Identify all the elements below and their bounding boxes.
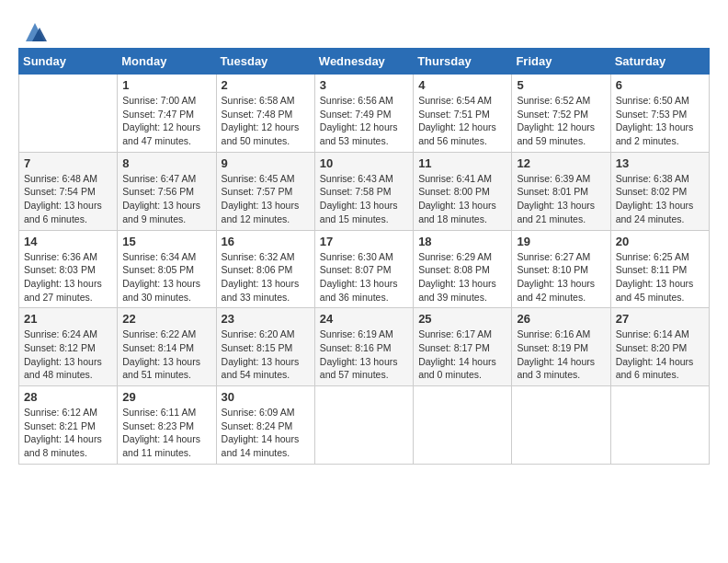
calendar-day-cell: 15Sunrise: 6:34 AMSunset: 8:05 PMDayligh…	[118, 230, 216, 308]
day-info: Sunrise: 6:30 AMSunset: 8:07 PMDaylight:…	[320, 250, 408, 304]
day-number: 13	[616, 156, 704, 170]
day-number: 27	[616, 312, 704, 326]
calendar-day-cell: 28Sunrise: 6:12 AMSunset: 8:21 PMDayligh…	[19, 386, 118, 465]
day-info: Sunrise: 6:24 AMSunset: 8:12 PMDaylight:…	[24, 327, 112, 382]
day-number: 11	[418, 156, 506, 170]
day-number: 8	[122, 156, 210, 170]
calendar-day-cell: 12Sunrise: 6:39 AMSunset: 8:01 PMDayligh…	[512, 152, 610, 230]
day-info: Sunrise: 6:38 AMSunset: 8:02 PMDaylight:…	[616, 172, 704, 226]
day-info: Sunrise: 6:32 AMSunset: 8:06 PMDaylight:…	[222, 250, 310, 304]
day-number: 29	[122, 390, 210, 404]
calendar-day-cell: 30Sunrise: 6:09 AMSunset: 8:24 PMDayligh…	[216, 386, 314, 465]
weekday-header: Wednesday	[314, 49, 413, 75]
day-info: Sunrise: 6:12 AMSunset: 8:21 PMDaylight:…	[24, 406, 112, 460]
day-info: Sunrise: 6:16 AMSunset: 8:19 PMDaylight:…	[517, 327, 605, 382]
calendar-day-cell: 1Sunrise: 7:00 AMSunset: 7:47 PMDaylight…	[118, 75, 216, 153]
weekday-header: Saturday	[610, 49, 709, 75]
header	[18, 18, 710, 39]
calendar-day-cell: 2Sunrise: 6:58 AMSunset: 7:48 PMDaylight…	[216, 75, 314, 153]
day-number: 12	[517, 156, 605, 170]
day-info: Sunrise: 6:17 AMSunset: 8:17 PMDaylight:…	[418, 327, 506, 382]
calendar-day-cell: 18Sunrise: 6:29 AMSunset: 8:08 PMDayligh…	[414, 230, 512, 308]
calendar-day-cell: 27Sunrise: 6:14 AMSunset: 8:20 PMDayligh…	[610, 308, 709, 386]
calendar-day-cell: 10Sunrise: 6:43 AMSunset: 7:58 PMDayligh…	[314, 152, 413, 230]
calendar-week-row: 28Sunrise: 6:12 AMSunset: 8:21 PMDayligh…	[19, 386, 710, 465]
calendar-day-cell: 4Sunrise: 6:54 AMSunset: 7:51 PMDaylight…	[414, 75, 512, 153]
calendar-day-cell: 13Sunrise: 6:38 AMSunset: 8:02 PMDayligh…	[610, 152, 709, 230]
day-info: Sunrise: 6:52 AMSunset: 7:52 PMDaylight:…	[517, 94, 605, 148]
day-info: Sunrise: 6:20 AMSunset: 8:15 PMDaylight:…	[222, 327, 310, 382]
calendar-week-row: 7Sunrise: 6:48 AMSunset: 7:54 PMDaylight…	[19, 152, 710, 230]
calendar-day-cell: 14Sunrise: 6:36 AMSunset: 8:03 PMDayligh…	[19, 230, 118, 308]
day-number: 10	[320, 156, 408, 170]
day-info: Sunrise: 6:36 AMSunset: 8:03 PMDaylight:…	[24, 250, 112, 304]
day-number: 1	[122, 78, 210, 92]
calendar-day-cell	[19, 75, 118, 153]
day-number: 25	[418, 312, 506, 326]
day-number: 18	[418, 235, 506, 248]
calendar-day-cell: 26Sunrise: 6:16 AMSunset: 8:19 PMDayligh…	[512, 308, 610, 386]
day-number: 14	[24, 235, 112, 248]
day-info: Sunrise: 6:58 AMSunset: 7:48 PMDaylight:…	[222, 94, 310, 148]
day-info: Sunrise: 6:50 AMSunset: 7:53 PMDaylight:…	[616, 94, 704, 148]
calendar-day-cell: 16Sunrise: 6:32 AMSunset: 8:06 PMDayligh…	[216, 230, 314, 308]
calendar-day-cell: 9Sunrise: 6:45 AMSunset: 7:57 PMDaylight…	[216, 152, 314, 230]
calendar-day-cell: 17Sunrise: 6:30 AMSunset: 8:07 PMDayligh…	[314, 230, 413, 308]
day-number: 17	[320, 235, 408, 248]
calendar-week-row: 14Sunrise: 6:36 AMSunset: 8:03 PMDayligh…	[19, 230, 710, 308]
day-number: 4	[418, 78, 506, 92]
weekday-header: Tuesday	[216, 49, 314, 75]
day-number: 7	[24, 156, 112, 170]
calendar-day-cell: 6Sunrise: 6:50 AMSunset: 7:53 PMDaylight…	[610, 75, 709, 153]
calendar-table: SundayMondayTuesdayWednesdayThursdayFrid…	[18, 48, 710, 465]
calendar-day-cell	[512, 386, 610, 465]
day-info: Sunrise: 6:56 AMSunset: 7:49 PMDaylight:…	[320, 94, 408, 148]
day-info: Sunrise: 6:43 AMSunset: 7:58 PMDaylight:…	[320, 172, 408, 226]
day-info: Sunrise: 6:34 AMSunset: 8:05 PMDaylight:…	[122, 250, 210, 304]
weekday-header: Sunday	[19, 49, 118, 75]
day-info: Sunrise: 6:09 AMSunset: 8:24 PMDaylight:…	[222, 406, 310, 460]
day-info: Sunrise: 6:54 AMSunset: 7:51 PMDaylight:…	[418, 94, 506, 148]
calendar-day-cell: 22Sunrise: 6:22 AMSunset: 8:14 PMDayligh…	[118, 308, 216, 386]
day-info: Sunrise: 6:11 AMSunset: 8:23 PMDaylight:…	[122, 406, 210, 460]
day-info: Sunrise: 6:48 AMSunset: 7:54 PMDaylight:…	[24, 172, 112, 226]
day-number: 5	[517, 78, 605, 92]
day-number: 19	[517, 235, 605, 248]
day-number: 16	[222, 235, 310, 248]
calendar-week-row: 21Sunrise: 6:24 AMSunset: 8:12 PMDayligh…	[19, 308, 710, 386]
calendar-day-cell	[314, 386, 413, 465]
day-number: 23	[222, 312, 310, 326]
calendar-day-cell: 25Sunrise: 6:17 AMSunset: 8:17 PMDayligh…	[414, 308, 512, 386]
day-number: 21	[24, 312, 112, 326]
day-number: 2	[222, 78, 310, 92]
day-info: Sunrise: 6:45 AMSunset: 7:57 PMDaylight:…	[222, 172, 310, 226]
day-info: Sunrise: 6:27 AMSunset: 8:10 PMDaylight:…	[517, 250, 605, 304]
day-info: Sunrise: 6:25 AMSunset: 8:11 PMDaylight:…	[616, 250, 704, 304]
day-info: Sunrise: 6:29 AMSunset: 8:08 PMDaylight:…	[418, 250, 506, 304]
day-info: Sunrise: 6:14 AMSunset: 8:20 PMDaylight:…	[616, 327, 704, 382]
day-number: 22	[122, 312, 210, 326]
calendar-day-cell: 24Sunrise: 6:19 AMSunset: 8:16 PMDayligh…	[314, 308, 413, 386]
day-info: Sunrise: 6:41 AMSunset: 8:00 PMDaylight:…	[418, 172, 506, 226]
day-number: 6	[616, 78, 704, 92]
weekday-header: Friday	[512, 49, 610, 75]
calendar-day-cell: 7Sunrise: 6:48 AMSunset: 7:54 PMDaylight…	[19, 152, 118, 230]
day-info: Sunrise: 6:39 AMSunset: 8:01 PMDaylight:…	[517, 172, 605, 226]
day-info: Sunrise: 7:00 AMSunset: 7:47 PMDaylight:…	[122, 94, 210, 148]
day-number: 15	[122, 235, 210, 248]
day-number: 28	[24, 390, 112, 404]
calendar-day-cell: 23Sunrise: 6:20 AMSunset: 8:15 PMDayligh…	[216, 308, 314, 386]
day-number: 30	[222, 390, 310, 404]
calendar-day-cell: 3Sunrise: 6:56 AMSunset: 7:49 PMDaylight…	[314, 75, 413, 153]
calendar-day-cell: 11Sunrise: 6:41 AMSunset: 8:00 PMDayligh…	[414, 152, 512, 230]
calendar-day-cell: 8Sunrise: 6:47 AMSunset: 7:56 PMDaylight…	[118, 152, 216, 230]
weekday-header: Monday	[118, 49, 216, 75]
day-number: 26	[517, 312, 605, 326]
calendar-day-cell: 19Sunrise: 6:27 AMSunset: 8:10 PMDayligh…	[512, 230, 610, 308]
calendar-day-cell: 20Sunrise: 6:25 AMSunset: 8:11 PMDayligh…	[610, 230, 709, 308]
day-number: 24	[320, 312, 408, 326]
calendar-day-cell: 29Sunrise: 6:11 AMSunset: 8:23 PMDayligh…	[118, 386, 216, 465]
day-number: 20	[616, 235, 704, 248]
day-info: Sunrise: 6:47 AMSunset: 7:56 PMDaylight:…	[122, 172, 210, 226]
calendar-day-cell: 21Sunrise: 6:24 AMSunset: 8:12 PMDayligh…	[19, 308, 118, 386]
